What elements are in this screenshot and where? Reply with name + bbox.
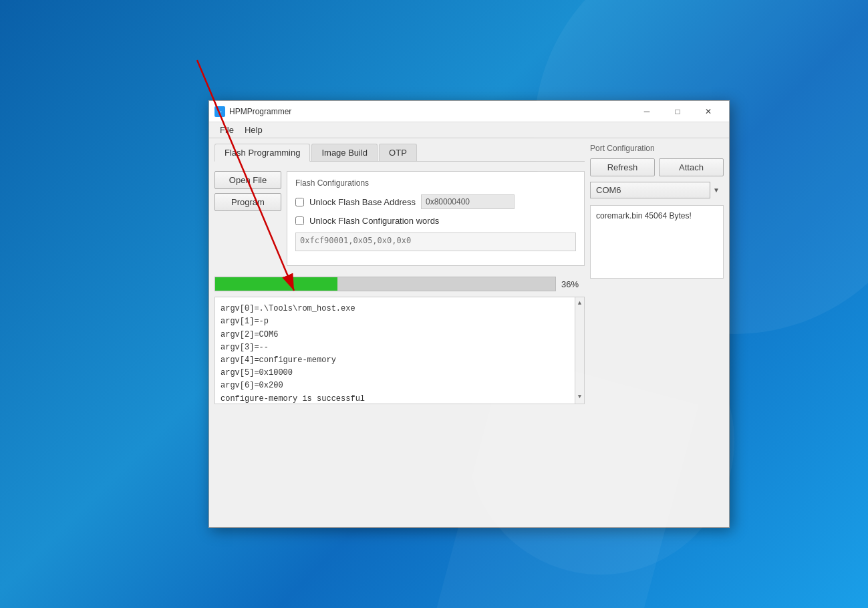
flash-config-title: Flash Configurations: [295, 178, 576, 188]
log-line-2: argv[1]=-p: [221, 315, 572, 328]
tab-image-build[interactable]: Image Build: [311, 144, 378, 161]
unlock-flash-config-checkbox[interactable]: [295, 216, 304, 225]
flash-config-words-input[interactable]: [295, 233, 576, 251]
progress-section: 36%: [214, 275, 585, 293]
progress-percent: 36%: [561, 279, 585, 289]
flash-config-panel: Flash Configurations Unlock Flash Base A…: [287, 171, 585, 266]
tab-otp[interactable]: OTP: [379, 144, 417, 161]
progress-bar-container: [214, 277, 556, 291]
unlock-flash-config-row: Unlock Flash Configuration words: [295, 216, 576, 226]
flash-base-address-input[interactable]: [421, 194, 515, 209]
unlock-flash-base-checkbox[interactable]: [295, 198, 304, 206]
menu-help[interactable]: Help: [239, 124, 268, 136]
unlock-flash-base-row: Unlock Flash Base Address: [295, 194, 576, 209]
menu-file[interactable]: File: [214, 124, 239, 136]
program-button[interactable]: Program: [214, 193, 281, 211]
open-file-button[interactable]: Open File: [214, 171, 281, 189]
tabs: Flash Programming Image Build OTP: [214, 144, 585, 162]
action-buttons: Open File Program: [214, 171, 281, 266]
log-line-1: argv[0]=.\Tools\rom_host.exe: [221, 303, 572, 315]
app-icon: →: [214, 106, 225, 117]
unlock-flash-config-label: Unlock Flash Configuration words: [309, 216, 439, 226]
progress-bar-fill: [215, 277, 337, 291]
flash-content: Open File Program Flash Configurations U…: [214, 166, 585, 271]
tab-flash-programming[interactable]: Flash Programming: [214, 144, 310, 162]
unlock-flash-base-label: Unlock Flash Base Address: [309, 197, 416, 207]
